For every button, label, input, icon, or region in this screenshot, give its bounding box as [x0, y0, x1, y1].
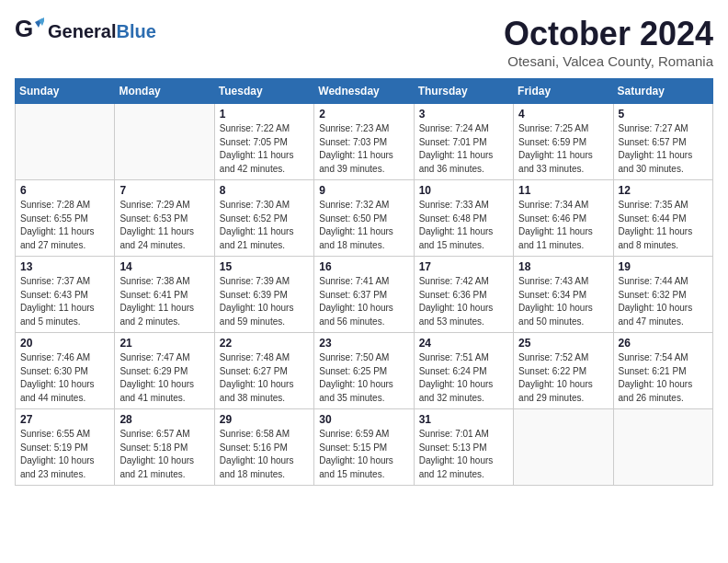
calendar-cell: 23Sunrise: 7:50 AMSunset: 6:25 PMDayligh… [314, 333, 414, 409]
day-number: 6 [20, 184, 109, 197]
day-info: Sunrise: 7:35 AMSunset: 6:44 PMDaylight:… [619, 199, 708, 252]
calendar-week-row: 27Sunrise: 6:55 AMSunset: 5:19 PMDayligh… [16, 409, 713, 486]
day-number: 4 [518, 108, 608, 121]
calendar-cell: 11Sunrise: 7:34 AMSunset: 6:46 PMDayligh… [514, 180, 613, 257]
calendar-cell: 19Sunrise: 7:44 AMSunset: 6:32 PMDayligh… [613, 257, 712, 333]
calendar-cell [16, 104, 115, 180]
day-number: 26 [619, 337, 708, 350]
col-thursday: Thursday [414, 79, 513, 104]
day-info: Sunrise: 7:22 AMSunset: 7:05 PMDaylight:… [220, 122, 309, 176]
logo-general: General [48, 21, 116, 42]
col-friday: Friday [514, 79, 613, 104]
day-number: 5 [619, 108, 708, 121]
calendar-week-row: 13Sunrise: 7:37 AMSunset: 6:43 PMDayligh… [16, 257, 713, 333]
col-wednesday: Wednesday [314, 79, 414, 104]
day-info: Sunrise: 7:46 AMSunset: 6:30 PMDaylight:… [20, 351, 109, 405]
day-info: Sunrise: 7:44 AMSunset: 6:32 PMDaylight:… [619, 275, 708, 328]
day-info: Sunrise: 7:24 AMSunset: 7:01 PMDaylight:… [419, 122, 508, 176]
calendar-cell: 27Sunrise: 6:55 AMSunset: 5:19 PMDayligh… [16, 409, 115, 486]
day-info: Sunrise: 7:52 AMSunset: 6:22 PMDaylight:… [518, 351, 608, 405]
day-number: 22 [220, 337, 309, 350]
calendar-week-row: 20Sunrise: 7:46 AMSunset: 6:30 PMDayligh… [16, 333, 713, 409]
calendar-cell: 5Sunrise: 7:27 AMSunset: 6:57 PMDaylight… [613, 104, 712, 180]
day-number: 24 [419, 337, 508, 350]
day-info: Sunrise: 7:29 AMSunset: 6:53 PMDaylight:… [119, 199, 209, 252]
calendar-cell: 8Sunrise: 7:30 AMSunset: 6:52 PMDaylight… [214, 180, 313, 257]
day-number: 1 [220, 108, 309, 121]
calendar-week-row: 6Sunrise: 7:28 AMSunset: 6:55 PMDaylight… [16, 180, 713, 257]
day-number: 13 [20, 260, 109, 273]
col-monday: Monday [115, 79, 214, 104]
col-tuesday: Tuesday [214, 79, 313, 104]
day-number: 11 [518, 184, 608, 197]
day-info: Sunrise: 7:38 AMSunset: 6:41 PMDaylight:… [119, 275, 209, 328]
calendar-cell: 9Sunrise: 7:32 AMSunset: 6:50 PMDaylight… [314, 180, 414, 257]
calendar-cell: 6Sunrise: 7:28 AMSunset: 6:55 PMDaylight… [16, 180, 115, 257]
calendar-cell: 15Sunrise: 7:39 AMSunset: 6:39 PMDayligh… [214, 257, 313, 333]
day-info: Sunrise: 7:32 AMSunset: 6:50 PMDaylight:… [319, 199, 408, 252]
calendar-table: Sunday Monday Tuesday Wednesday Thursday… [15, 78, 713, 486]
calendar-cell: 18Sunrise: 7:43 AMSunset: 6:34 PMDayligh… [514, 257, 613, 333]
day-info: Sunrise: 7:50 AMSunset: 6:25 PMDaylight:… [319, 351, 408, 405]
calendar-cell: 29Sunrise: 6:58 AMSunset: 5:16 PMDayligh… [214, 409, 313, 486]
day-number: 15 [220, 260, 309, 273]
day-info: Sunrise: 7:30 AMSunset: 6:52 PMDaylight:… [220, 199, 309, 252]
calendar-cell: 2Sunrise: 7:23 AMSunset: 7:03 PMDaylight… [314, 104, 414, 180]
calendar-cell: 16Sunrise: 7:41 AMSunset: 6:37 PMDayligh… [314, 257, 414, 333]
calendar-cell: 4Sunrise: 7:25 AMSunset: 6:59 PMDaylight… [514, 104, 613, 180]
day-info: Sunrise: 7:42 AMSunset: 6:36 PMDaylight:… [419, 275, 508, 328]
calendar-cell [514, 409, 613, 486]
day-info: Sunrise: 6:55 AMSunset: 5:19 PMDaylight:… [20, 428, 109, 481]
calendar-week-row: 1Sunrise: 7:22 AMSunset: 7:05 PMDaylight… [16, 104, 713, 180]
day-number: 31 [419, 413, 508, 426]
day-info: Sunrise: 7:48 AMSunset: 6:27 PMDaylight:… [220, 351, 309, 405]
day-number: 8 [220, 184, 309, 197]
day-info: Sunrise: 7:41 AMSunset: 6:37 PMDaylight:… [319, 275, 408, 328]
calendar-cell: 17Sunrise: 7:42 AMSunset: 6:36 PMDayligh… [414, 257, 513, 333]
col-saturday: Saturday [613, 79, 712, 104]
day-info: Sunrise: 7:34 AMSunset: 6:46 PMDaylight:… [518, 199, 608, 252]
day-number: 9 [319, 184, 408, 197]
day-number: 10 [419, 184, 508, 197]
calendar-cell: 24Sunrise: 7:51 AMSunset: 6:24 PMDayligh… [414, 333, 513, 409]
day-number: 21 [119, 337, 209, 350]
day-number: 7 [119, 184, 209, 197]
day-info: Sunrise: 7:54 AMSunset: 6:21 PMDaylight:… [619, 351, 708, 405]
calendar-cell: 31Sunrise: 7:01 AMSunset: 5:13 PMDayligh… [414, 409, 513, 486]
calendar-cell [115, 104, 214, 180]
calendar-cell: 3Sunrise: 7:24 AMSunset: 7:01 PMDaylight… [414, 104, 513, 180]
day-number: 3 [419, 108, 508, 121]
day-info: Sunrise: 7:37 AMSunset: 6:43 PMDaylight:… [20, 275, 109, 328]
calendar-cell: 26Sunrise: 7:54 AMSunset: 6:21 PMDayligh… [613, 333, 712, 409]
calendar-cell: 7Sunrise: 7:29 AMSunset: 6:53 PMDaylight… [115, 180, 214, 257]
calendar-cell: 12Sunrise: 7:35 AMSunset: 6:44 PMDayligh… [613, 180, 712, 257]
day-info: Sunrise: 6:57 AMSunset: 5:18 PMDaylight:… [119, 428, 209, 481]
calendar-cell: 25Sunrise: 7:52 AMSunset: 6:22 PMDayligh… [514, 333, 613, 409]
day-info: Sunrise: 7:39 AMSunset: 6:39 PMDaylight:… [220, 275, 309, 328]
calendar-cell: 21Sunrise: 7:47 AMSunset: 6:29 PMDayligh… [115, 333, 214, 409]
calendar-cell: 1Sunrise: 7:22 AMSunset: 7:05 PMDaylight… [214, 104, 313, 180]
day-number: 30 [319, 413, 408, 426]
day-info: Sunrise: 7:43 AMSunset: 6:34 PMDaylight:… [518, 275, 608, 328]
logo-blue: Blue [116, 21, 155, 42]
calendar-cell: 13Sunrise: 7:37 AMSunset: 6:43 PMDayligh… [16, 257, 115, 333]
calendar-cell: 14Sunrise: 7:38 AMSunset: 6:41 PMDayligh… [115, 257, 214, 333]
day-info: Sunrise: 7:47 AMSunset: 6:29 PMDaylight:… [119, 351, 209, 405]
col-sunday: Sunday [16, 79, 115, 104]
day-info: Sunrise: 7:51 AMSunset: 6:24 PMDaylight:… [419, 351, 508, 405]
location-title: Otesani, Valcea County, Romania [504, 53, 713, 69]
day-info: Sunrise: 7:27 AMSunset: 6:57 PMDaylight:… [619, 122, 708, 176]
day-number: 23 [319, 337, 408, 350]
calendar-cell: 10Sunrise: 7:33 AMSunset: 6:48 PMDayligh… [414, 180, 513, 257]
day-info: Sunrise: 6:59 AMSunset: 5:15 PMDaylight:… [319, 428, 408, 481]
calendar-cell: 30Sunrise: 6:59 AMSunset: 5:15 PMDayligh… [314, 409, 414, 486]
day-number: 14 [119, 260, 209, 273]
calendar-cell: 20Sunrise: 7:46 AMSunset: 6:30 PMDayligh… [16, 333, 115, 409]
day-number: 25 [518, 337, 608, 350]
calendar-cell: 22Sunrise: 7:48 AMSunset: 6:27 PMDayligh… [214, 333, 313, 409]
title-area: October 2024 Otesani, Valcea County, Rom… [504, 15, 713, 69]
day-info: Sunrise: 7:01 AMSunset: 5:13 PMDaylight:… [419, 428, 508, 481]
page-header: G General Blue October 2024 Otesani, Val… [15, 15, 713, 69]
day-number: 12 [619, 184, 708, 197]
day-number: 17 [419, 260, 508, 273]
